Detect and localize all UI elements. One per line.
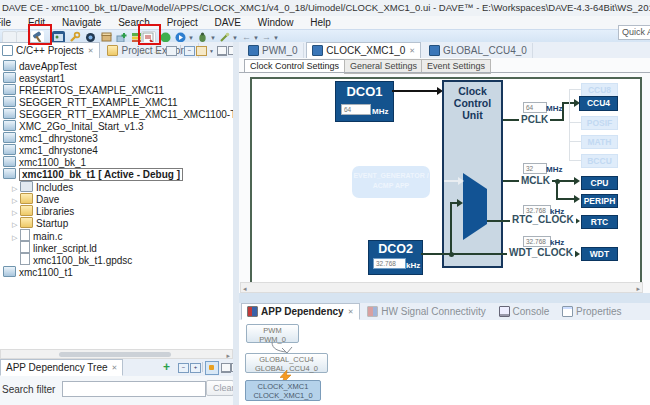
scroll-right-icon[interactable]: ▸ xyxy=(636,284,640,293)
menu-file[interactable]: File xyxy=(0,16,18,29)
mclk-to-cpu-line xyxy=(558,180,574,182)
projects-hscrollbar[interactable]: ▸ xyxy=(0,349,233,359)
search-filter-label: Search filter xyxy=(2,384,55,395)
tree-row[interactable]: linker_script.ld xyxy=(20,241,97,253)
link-with-editor-icon[interactable] xyxy=(166,46,177,56)
mclk-to-periph-line xyxy=(556,198,574,200)
tree-row[interactable]: xmc1_dhrystone3 xyxy=(3,132,98,144)
tree-row[interactable]: easystart1 xyxy=(3,72,65,84)
peripheral-wdt[interactable]: WDT xyxy=(581,247,618,261)
ccu-title: Clock Control Unit xyxy=(444,82,501,121)
run-dropdown-icon[interactable]: ▼ xyxy=(188,35,194,41)
collapse-all-icon[interactable]: − xyxy=(184,46,195,56)
peripheral-periph[interactable]: PERIPH xyxy=(581,194,618,208)
pclk-elbow xyxy=(562,102,574,104)
collapse-all-icon[interactable]: − xyxy=(178,363,189,373)
scroll-left-icon[interactable]: ◂ xyxy=(243,284,247,293)
tree-row[interactable]: ▷main.c xyxy=(12,229,62,241)
bottom-sash[interactable] xyxy=(239,293,650,303)
tab-console[interactable]: Console xyxy=(494,304,555,319)
tree-row[interactable]: xmc1100_bk_1 xyxy=(3,156,86,168)
cpp-projects-icon xyxy=(2,45,13,56)
tree-row[interactable]: daveAppTest xyxy=(3,60,77,72)
project-icon xyxy=(3,120,16,131)
project-icon xyxy=(3,108,16,119)
expand-all-icon[interactable]: + xyxy=(190,363,201,373)
mclk-branch xyxy=(556,181,558,199)
tree-row[interactable]: XMC_2Go_Inital_Start_v1.3 xyxy=(3,120,144,132)
peripheral-ccu4[interactable]: CCU4 xyxy=(579,96,618,111)
expander-icon[interactable]: ▷ xyxy=(12,232,20,244)
pclk-frequency-field[interactable]: 64 xyxy=(523,102,547,113)
menu-help[interactable]: Help xyxy=(303,16,338,29)
tree-row[interactable]: FREERTOS_EXAMPLE_XMC11 xyxy=(3,84,164,96)
tree-row[interactable]: ▷Includes xyxy=(12,181,73,193)
tree-row[interactable]: ▷Startup xyxy=(12,217,68,229)
dco1-frequency-input[interactable]: 64 xyxy=(341,104,371,115)
view-menu-icon[interactable]: ▼ xyxy=(209,48,214,54)
tree-row[interactable]: SEGGER_RTT_EXAMPLE_XMC11 xyxy=(3,96,178,108)
tab-properties-label: Properties xyxy=(576,306,622,317)
minimize-icon[interactable] xyxy=(217,46,227,56)
filters-icon[interactable] xyxy=(196,46,207,56)
editor-hscrollbar[interactable]: ◂ ▸ xyxy=(240,282,643,293)
peripheral-posif[interactable]: POSIF xyxy=(581,116,618,130)
tab-app-dependency[interactable]: APP Dependency ✕ xyxy=(241,303,360,320)
tab-clock-xmc1-0[interactable]: CLOCK_XMC1_0 ✕ xyxy=(306,42,421,59)
close-icon[interactable]: ✕ xyxy=(348,308,354,316)
forward-history-dropdown-icon[interactable]: ▼ xyxy=(273,35,279,41)
dco1-to-ccu-line xyxy=(392,90,437,92)
tree-row[interactable]: ▷Dave xyxy=(12,193,59,205)
toolbar-separator xyxy=(202,362,203,372)
link-selection-icon[interactable] xyxy=(205,361,219,375)
close-icon[interactable]: ✕ xyxy=(88,47,94,55)
tree-row[interactable]: xmc1100_t1 xyxy=(3,266,73,278)
minimize-icon[interactable] xyxy=(221,363,231,373)
peripheral-rtc[interactable]: RTC xyxy=(581,215,618,229)
toolbar-separator xyxy=(180,45,181,55)
tab-console-label: Console xyxy=(513,306,550,317)
back-icon[interactable]: ← xyxy=(140,45,150,56)
menu-dave[interactable]: DAVE xyxy=(208,16,249,29)
tab-hw-signal-connectivity[interactable]: HW Signal Connectivity xyxy=(362,304,490,319)
tree-row[interactable]: xmc1_dhrystone4 xyxy=(3,144,98,156)
node-clock-xmc1[interactable]: CLOCK_XMC1 CLOCK_XMC1_0 xyxy=(245,380,321,401)
peripheral-cpu[interactable]: CPU xyxy=(581,176,618,190)
dco2-block[interactable]: DCO2 32.768 kHz xyxy=(368,240,423,275)
dependency-graph-area: PWM PWM_0 GLOBAL_CCU4 GLOBAL_CCU4_0 CLOC… xyxy=(239,320,650,405)
menu-project[interactable]: Project xyxy=(160,16,205,29)
mclk-frequency-field[interactable]: 32 xyxy=(523,163,547,174)
search-filter-input[interactable] xyxy=(62,381,206,397)
close-icon[interactable]: ✕ xyxy=(112,364,118,372)
add-icon[interactable]: + xyxy=(163,360,170,374)
wdt-frequency-field[interactable]: 32.768 xyxy=(523,236,551,247)
menu-navigate[interactable]: Navigate xyxy=(55,16,108,29)
dco2-to-mux-line xyxy=(450,202,452,254)
tab-properties[interactable]: Properties xyxy=(557,304,627,319)
peripheral-math[interactable]: MATH xyxy=(581,135,618,149)
dco2-frequency-input[interactable]: 32.768 xyxy=(373,258,406,269)
tab-clock-control-settings[interactable]: Clock Control Settings xyxy=(244,59,345,73)
quick-access-box[interactable]: Quick Ac xyxy=(618,25,650,40)
tree-row[interactable]: ▷Libraries xyxy=(12,205,74,217)
project-icon xyxy=(3,144,16,155)
menu-window[interactable]: Window xyxy=(251,16,301,29)
tab-app-dependency-tree[interactable]: APP Dependency Tree ✕ xyxy=(0,359,123,376)
tab-hw-signal-label: HW Signal Connectivity xyxy=(381,306,485,317)
peripheral-ccu8[interactable]: CCU8 xyxy=(581,83,618,97)
debug-dropdown-icon[interactable]: ▼ xyxy=(210,35,216,41)
close-icon[interactable]: ✕ xyxy=(409,47,415,55)
dco1-block[interactable]: DCO1 64 MHz xyxy=(335,81,394,122)
back-history-dropdown-icon[interactable]: ▼ xyxy=(253,35,259,41)
tree-row-active-project[interactable]: xmc1100_bk_t1 [ Active - Debug ] xyxy=(3,168,183,180)
tab-app-dependency-label: APP Dependency xyxy=(261,306,344,317)
forward-icon[interactable]: → xyxy=(152,45,162,56)
quick-access-label: Quick Ac xyxy=(622,27,650,37)
tab-global-ccu4-0[interactable]: GLOBAL_CCU4_0 xyxy=(424,43,533,58)
peripheral-bccu[interactable]: BCCU xyxy=(581,154,618,168)
tab-pwm-0[interactable]: PWM_0 xyxy=(243,43,304,58)
clear-button[interactable]: Clear xyxy=(206,380,234,396)
scrollbar-thumb[interactable] xyxy=(59,352,171,357)
tree-row[interactable]: xmc1100_bk_t1.gpdsc xyxy=(20,253,132,265)
external-tools-dropdown-icon[interactable]: ▼ xyxy=(232,35,238,41)
